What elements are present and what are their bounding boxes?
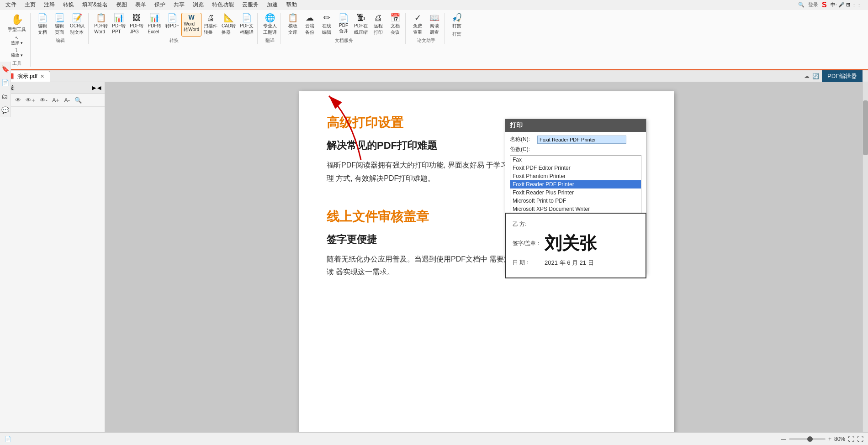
printer-fax[interactable]: Fax: [510, 156, 641, 164]
pdf-editor-btn[interactable]: PDF编辑器: [822, 70, 863, 82]
cad-convert-btn[interactable]: 📐 CAD转换器: [220, 13, 238, 37]
print-name-input[interactable]: [537, 136, 626, 144]
search-btn[interactable]: 🔍: [73, 96, 84, 105]
remote-print-btn[interactable]: 🖨 远程打印: [370, 13, 386, 37]
status-bar: 📄 — + 80% ⛶ ⛶: [0, 432, 868, 445]
dawo-btn[interactable]: 🎣 打窝: [449, 13, 465, 30]
pdf-word-label: PDF转Word: [94, 23, 108, 34]
printer-foxit-editor[interactable]: Foxit PDF Editor Printer: [510, 164, 641, 172]
printer-foxit-phantom[interactable]: Foxit Phantom Printer: [510, 172, 641, 180]
word-icon: W: [188, 14, 194, 21]
hand-tool-btn[interactable]: ✋ 手型工具: [5, 13, 28, 34]
ribbon-group-convert: 📋 PDF转Word 📊 PDF转PPT 🖼 PDF转JPG 📊 PDF转Exc…: [90, 13, 258, 44]
nav-page-icon[interactable]: 📄: [1, 79, 9, 86]
edit-page-label: 编辑页面: [55, 23, 64, 36]
zoom-thumb[interactable]: [807, 436, 813, 442]
vertical-scrollbar[interactable]: [863, 82, 868, 445]
pdf-translate-btn[interactable]: 📄 PDF文档翻译: [238, 13, 255, 37]
printer-foxit-reader[interactable]: Foxit Reader PDF Printer: [510, 180, 641, 188]
zoom-in-btn[interactable]: +: [828, 436, 831, 442]
menu-cloud[interactable]: 云服务: [238, 0, 262, 10]
menu-home[interactable]: 主页: [21, 0, 39, 10]
compress-icon: 🗜: [357, 14, 365, 22]
menu-browse[interactable]: 浏览: [189, 0, 207, 10]
zoom-icon: ⤵: [16, 48, 18, 52]
nav-comment-icon[interactable]: 💬: [1, 106, 9, 114]
menu-protect[interactable]: 保护: [151, 0, 169, 10]
menu-sign[interactable]: 填写&签名: [79, 0, 111, 10]
cloud-backup-btn[interactable]: ☁ 云端备份: [302, 13, 318, 37]
sig-name-label: 签字/盖章：: [513, 240, 545, 247]
scan-convert-btn[interactable]: 🖨 扫描件转换: [202, 13, 219, 37]
fullscreen-btn[interactable]: ⛶: [857, 435, 863, 443]
sig-name-value: 刘关张: [545, 232, 597, 255]
edit-doc-label: 编辑文档: [38, 23, 47, 36]
pdf-compress-btn[interactable]: 🗜 PDF在线压缩: [352, 13, 370, 37]
sidebar-collapse-btn[interactable]: ◀: [97, 85, 101, 91]
printer-foxit-plus[interactable]: Foxit Reader Plus Printer: [510, 188, 641, 197]
tab-bar: 📕 演示.pdf ✕ ☁ 🔄 PDF编辑器: [0, 70, 868, 82]
zoom-out-btn[interactable]: —: [781, 436, 786, 442]
sig-party-row: 乙 方:: [513, 220, 639, 228]
scan-label: 扫描件转换: [204, 23, 217, 36]
sidebar-expand-btn[interactable]: ▶: [92, 85, 96, 91]
pdf-merge-btn[interactable]: 📄 PDF合并: [335, 13, 352, 37]
login-btn[interactable]: 登录: [808, 1, 818, 8]
font-minus-btn[interactable]: A-: [62, 96, 72, 105]
menu-special[interactable]: 特色功能: [208, 0, 238, 10]
doc-tab-label: 演示.pdf: [17, 73, 37, 80]
pdf-to-ppt-btn[interactable]: 📊 PDF转PPT: [110, 13, 127, 37]
fit-page-btn[interactable]: ⛶: [848, 435, 854, 443]
font-plus-btn[interactable]: A+: [50, 96, 61, 105]
zoom-slider[interactable]: [789, 438, 826, 440]
online-edit-btn[interactable]: ✏ 在线编辑: [318, 13, 335, 37]
to-pdf-btn[interactable]: 📄 转PDF: [164, 13, 181, 37]
main-layout: 书签 ▶ ◀ 🖼 👁 👁+ 👁- A+ A- 🔍 🔖 📄 🗂 💬: [0, 82, 868, 445]
bookmark-eye-minus-btn[interactable]: 👁-: [38, 96, 49, 105]
bookmark-eye-btn[interactable]: 👁: [13, 96, 23, 105]
pdf-ppt-icon: 📊: [114, 14, 124, 22]
menu-file[interactable]: 文件: [2, 0, 20, 10]
pro-translate-btn[interactable]: 🌐 专业人工翻译: [261, 13, 279, 37]
edit-page-btn[interactable]: 📃 编辑页面: [51, 13, 68, 37]
template-icon: 📋: [288, 14, 298, 22]
scrollbar-thumb[interactable]: [863, 100, 868, 155]
merge-label: PDF合并: [339, 23, 348, 34]
zoom-label: 缩放 ▾: [11, 52, 23, 58]
menu-view[interactable]: 视图: [112, 0, 131, 10]
printer-ms-pdf[interactable]: Microsoft Print to PDF: [510, 197, 641, 205]
zoom-tool-btn[interactable]: ⤵ 缩放 ▾: [10, 47, 24, 59]
pdf-to-word-btn[interactable]: 📋 PDF转Word: [92, 13, 110, 37]
pdf-to-jpg-btn[interactable]: 🖼 PDF转JPG: [128, 13, 145, 37]
ribbon-group-thesis: ✓ 免费查重 📖 阅读调查 论文助手: [408, 13, 445, 44]
reading-icon: 📖: [429, 14, 439, 22]
pdf-page: 高级打印设置 解决常见的PDF打印难题 福昕PDF阅读器拥有强大的打印功能, 界…: [299, 91, 674, 445]
menu-annotate[interactable]: 注释: [40, 0, 58, 10]
nav-bookmark-icon[interactable]: 🔖: [1, 65, 9, 73]
cloud-icon: ☁: [306, 14, 314, 22]
menu-form[interactable]: 表单: [132, 0, 150, 10]
ribbon: ✋ 手型工具 ↖ 选择 ▾ ⤵ 缩放 ▾ 工具: [0, 10, 868, 70]
menu-speed[interactable]: 加速: [263, 0, 281, 10]
menu-help[interactable]: 帮助: [282, 0, 301, 10]
hand-tool-label: 手型工具: [8, 26, 26, 33]
pdf-to-excel-btn[interactable]: 📊 PDF转Excel: [146, 13, 163, 37]
tab-close-btn[interactable]: ✕: [40, 73, 44, 79]
bookmark-eye-plus-btn[interactable]: 👁+: [24, 96, 37, 105]
edit-doc-btn[interactable]: 📄 编辑文档: [34, 13, 51, 37]
nav-layer-icon[interactable]: 🗂: [1, 93, 9, 100]
convert-group-label: 转换: [169, 37, 179, 44]
menu-share[interactable]: 共享: [170, 0, 188, 10]
word-to-pdf-btn[interactable]: W Word转Word: [181, 13, 201, 37]
select-tool-btn[interactable]: ↖ 选择 ▾: [10, 35, 24, 47]
template-btn[interactable]: 📋 模板文库: [285, 13, 301, 37]
search-box[interactable]: 🔍: [798, 2, 804, 8]
menu-convert[interactable]: 转换: [59, 0, 78, 10]
cloud-icon-top: ☁: [804, 73, 810, 79]
doc-meeting-btn[interactable]: 📅 文档会议: [387, 13, 403, 37]
pdf-excel-icon: 📊: [149, 14, 159, 22]
free-check-btn[interactable]: ✓ 免费查重: [409, 13, 426, 37]
ocr-btn[interactable]: 📝 OCR识别文本: [68, 13, 86, 37]
word-to-pdf-label: Word转Word: [184, 21, 199, 33]
reading-survey-btn[interactable]: 📖 阅读调查: [426, 13, 443, 37]
